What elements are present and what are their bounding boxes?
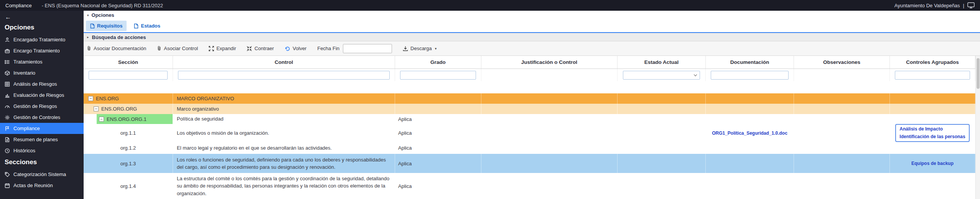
sidebar-item-inventario[interactable]: Inventario xyxy=(0,67,84,78)
filter-row xyxy=(84,69,975,81)
collapse-row-toggle[interactable]: − xyxy=(88,96,93,101)
cell-seccion: org.1.4 xyxy=(84,173,173,199)
table-row-org-1-1[interactable]: org.1.1 Los objetivos o misión de la org… xyxy=(84,124,975,142)
asociar-control-button[interactable]: Asociar Control xyxy=(157,46,198,51)
cell-estado-actual xyxy=(618,154,706,173)
column-header-grado[interactable]: Grado xyxy=(395,56,481,69)
grid-icon xyxy=(4,82,10,87)
document-link[interactable]: ORG1_Política_Seguridad_1.0.doc xyxy=(712,130,787,136)
box-icon xyxy=(4,70,10,76)
cell-observaciones xyxy=(794,154,890,173)
tag-icon xyxy=(4,172,10,177)
control-filter-input[interactable] xyxy=(178,71,390,80)
cell-controles-agrupados xyxy=(890,142,975,154)
column-header-justificacion[interactable]: Justificación o Control xyxy=(481,56,618,69)
grouped-control-link[interactable]: Equipos de backup xyxy=(911,161,954,166)
cell-grado: Aplica xyxy=(395,124,481,142)
cell-documentacion xyxy=(706,104,794,114)
table-row-ens-org-org-1[interactable]: − ENS.ORG.ORG.1 Política de seguridad Ap… xyxy=(84,114,975,124)
tab-estados[interactable]: Estados xyxy=(130,21,165,31)
asociar-documentacion-button[interactable]: Asociar Documentación xyxy=(87,46,146,51)
paperclip-icon xyxy=(157,46,161,51)
cell-observaciones xyxy=(794,114,890,124)
briefcase-icon xyxy=(4,48,10,54)
options-collapsible-header[interactable]: ▾ Opciones xyxy=(84,11,980,20)
cell-documentacion xyxy=(706,173,794,199)
cell-controles-agrupados xyxy=(890,173,975,199)
toolbar: Asociar Documentación Asociar Control Ex… xyxy=(84,41,980,56)
module-subtitle: - ENS (Esquema Nacional de Seguridad) RD… xyxy=(42,3,163,8)
cell-documentacion xyxy=(706,142,794,154)
column-header-estado-actual[interactable]: Estado Actual xyxy=(618,56,706,69)
table-row-ens-org-org[interactable]: − ENS.ORG.ORG Marco organizativo xyxy=(84,104,975,114)
fecha-fin-label: Fecha Fin xyxy=(317,46,339,51)
expandir-button[interactable]: Expandir xyxy=(209,46,236,51)
table-row-ens-org[interactable]: − ENS.ORG MARCO ORGANIZATIVO xyxy=(84,93,975,104)
sidebar-item-categorizacion-sistema[interactable]: Categorización Sistema xyxy=(0,169,84,180)
estado-actual-filter-select[interactable] xyxy=(623,71,700,80)
search-actions-collapsible-header[interactable]: ▸ Búsqueda de acciones xyxy=(84,33,980,41)
sidebar-item-analisis-de-riesgos[interactable]: Análisis de Riesgos xyxy=(0,78,84,90)
cell-justificacion xyxy=(481,173,618,199)
table-row-org-1-4[interactable]: org.1.4 La estructura del comité o los c… xyxy=(84,173,975,199)
seccion-filter-input[interactable] xyxy=(89,71,168,80)
sidebar-item-gestion-de-riesgos[interactable]: Gestión de Riesgos xyxy=(0,101,84,112)
grado-filter-input[interactable] xyxy=(400,71,476,80)
cell-controles-agrupados xyxy=(890,114,975,124)
cell-grado: Aplica xyxy=(395,173,481,199)
collapse-row-toggle[interactable]: − xyxy=(94,106,99,111)
table-row-org-1-3[interactable]: org.1.3 Los roles o funciones de segurid… xyxy=(84,154,975,173)
cell-estado-actual xyxy=(618,124,706,142)
collapse-triangle-icon: ▾ xyxy=(87,13,89,17)
sidebar-item-evaluacion-de-riesgos[interactable]: Evaluación de Riesgos xyxy=(0,90,84,101)
undo-icon xyxy=(285,46,290,51)
column-header-documentacion[interactable]: Documentación xyxy=(706,56,794,69)
column-header-control[interactable]: Control xyxy=(173,56,395,69)
collapse-icon-button[interactable]: Contraer xyxy=(247,46,274,51)
documentacion-filter-input[interactable] xyxy=(711,71,789,80)
list-icon xyxy=(4,59,10,65)
gear-icon xyxy=(4,115,10,120)
cell-controles-agrupados xyxy=(890,93,975,104)
monitor-icon[interactable] xyxy=(967,2,975,8)
cell-controles-agrupados: Análisis de Impacto Identificación de la… xyxy=(890,124,975,142)
sidebar-title-secciones: Secciones xyxy=(0,156,84,169)
cell-control: Los roles o funciones de seguridad, defi… xyxy=(173,154,395,173)
column-header-observaciones[interactable]: Observaciones xyxy=(794,56,890,69)
sidebar-item-compliance[interactable]: Compliance xyxy=(0,123,84,134)
cell-observaciones xyxy=(794,124,890,142)
descarga-button[interactable]: Descarga ▾ xyxy=(403,46,436,51)
fecha-fin-input[interactable] xyxy=(343,44,392,53)
grouped-control-link[interactable]: Análisis de Impacto xyxy=(899,126,943,132)
cell-control: El marco legal y regulatorio en el que s… xyxy=(173,142,395,154)
volver-button[interactable]: Volver xyxy=(285,46,306,51)
tab-requisitos[interactable]: Requisitos xyxy=(86,21,127,31)
cell-controles-agrupados: Equipos de backup xyxy=(890,154,975,173)
sidebar-item-resumen-de-planes[interactable]: Resumen de planes xyxy=(0,134,84,145)
cell-observaciones xyxy=(794,93,890,104)
sidebar-item-encargo-tratamiento[interactable]: Encargo Tratamiento xyxy=(0,45,84,56)
cell-grado: Aplica xyxy=(395,142,481,154)
controles-agrupados-filter-input[interactable] xyxy=(895,71,970,80)
table-row-org-1-2[interactable]: org.1.2 El marco legal y regulatorio en … xyxy=(84,142,975,154)
document-tab-icon xyxy=(90,23,95,29)
vertical-scrollbar[interactable] xyxy=(975,56,980,199)
column-header-controles-agrupados[interactable]: Controles Agrupados xyxy=(890,56,975,69)
sidebar-item-gestion-de-controles[interactable]: Gestión de Controles xyxy=(0,112,84,123)
flag-icon xyxy=(4,126,10,131)
grouped-controls-box: Análisis de Impacto Identificación de la… xyxy=(895,124,969,142)
empty-spacer-row xyxy=(84,81,975,93)
main-panel: ▾ Opciones Requisitos Estados ▸ Búsqueda… xyxy=(84,11,980,199)
sidebar-item-actas-de-reunion[interactable]: Actas de Reunión xyxy=(0,180,84,191)
sidebar-item-tratamientos[interactable]: Tratamientos xyxy=(0,56,84,67)
sidebar-item-historicos[interactable]: Históricos xyxy=(0,145,84,156)
person-icon xyxy=(4,37,10,42)
collapse-row-toggle[interactable]: − xyxy=(99,117,104,122)
chevron-down-icon xyxy=(694,73,697,76)
back-arrow-icon[interactable]: ← xyxy=(5,14,11,20)
cell-grado: Aplica xyxy=(395,154,481,173)
scrollbar-thumb[interactable] xyxy=(977,58,980,89)
grouped-control-link[interactable]: Identificación de las personas xyxy=(899,134,965,140)
column-header-seccion[interactable]: Sección xyxy=(84,56,173,69)
sidebar-item-encargado-tratamiento[interactable]: Encargado Tratamiento xyxy=(0,34,84,45)
